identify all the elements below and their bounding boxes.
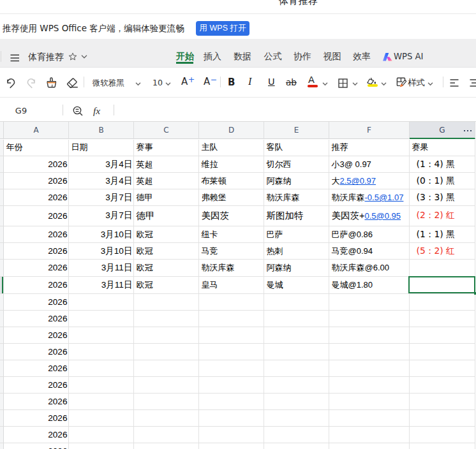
- cell-empty[interactable]: [264, 443, 329, 449]
- cell-empty[interactable]: [264, 394, 329, 410]
- cell-home[interactable]: 布莱顿: [199, 173, 264, 189]
- cell-empty[interactable]: [134, 394, 199, 410]
- cell-empty[interactable]: [410, 394, 475, 410]
- cell-date[interactable]: 3月4日: [69, 156, 134, 173]
- cell-empty[interactable]: [329, 443, 410, 449]
- tab-公式[interactable]: 公式: [264, 51, 282, 63]
- chevron-down-icon[interactable]: [165, 82, 171, 86]
- cell-empty[interactable]: [329, 377, 410, 394]
- cell-empty[interactable]: [410, 311, 475, 327]
- align-left-icon[interactable]: [450, 79, 459, 87]
- column-more-icon[interactable]: [464, 130, 472, 131]
- chevron-down-icon[interactable]: [352, 82, 358, 86]
- column-header-G[interactable]: G: [410, 122, 475, 139]
- field-header-D[interactable]: 主队: [199, 140, 264, 157]
- cell-empty[interactable]: [410, 427, 475, 443]
- cell-date[interactable]: 3月10日: [69, 226, 134, 244]
- cell-empty[interactable]: [264, 410, 329, 427]
- cell-empty[interactable]: [329, 344, 410, 360]
- column-header-D[interactable]: D: [199, 122, 264, 139]
- cell-year[interactable]: 2026: [4, 156, 69, 173]
- cell-tip[interactable]: 勒沃库森@6.00: [329, 260, 410, 276]
- cell-home[interactable]: 纽卡: [199, 226, 264, 244]
- cell-empty[interactable]: [69, 443, 134, 449]
- cell-empty[interactable]: [134, 344, 199, 360]
- cell-empty[interactable]: [134, 294, 199, 311]
- tab-插入[interactable]: 插入: [204, 51, 221, 63]
- cell-year[interactable]: 2026: [4, 173, 69, 189]
- cell-empty[interactable]: [329, 311, 410, 327]
- decrease-font-button[interactable]: A−: [204, 76, 217, 87]
- underline-button[interactable]: U: [268, 77, 275, 87]
- cell-empty[interactable]: [134, 360, 199, 377]
- cell-result[interactable]: (0：1) 黑: [410, 173, 475, 189]
- cell-empty[interactable]: [69, 410, 134, 427]
- cell-empty[interactable]: [199, 294, 264, 311]
- cell-away[interactable]: 阿森纳: [264, 173, 329, 189]
- italic-button[interactable]: I: [248, 76, 251, 87]
- cell-empty[interactable]: [410, 377, 475, 394]
- cell-home[interactable]: 维拉: [199, 156, 264, 173]
- cell-empty[interactable]: [264, 327, 329, 344]
- cell-empty[interactable]: [69, 427, 134, 443]
- strikethrough-button[interactable]: ab: [286, 77, 297, 87]
- cell-date[interactable]: 3月11日: [69, 277, 134, 294]
- cell-league[interactable]: 德甲: [134, 189, 199, 206]
- cell-empty[interactable]: [69, 311, 134, 327]
- cell-empty[interactable]: [134, 410, 199, 427]
- fx-icon[interactable]: fx: [93, 105, 100, 117]
- cell-empty[interactable]: [199, 360, 264, 377]
- cell-empty[interactable]: [199, 443, 264, 449]
- cell-year[interactable]: 2026: [4, 443, 69, 449]
- tab-数据[interactable]: 数据: [234, 51, 251, 63]
- font-size-select[interactable]: 10: [152, 78, 163, 87]
- cell-league[interactable]: 欧冠: [134, 226, 199, 244]
- wps-ai-logo-icon[interactable]: [382, 52, 393, 62]
- cell-empty[interactable]: [69, 377, 134, 394]
- cell-year[interactable]: 2026: [4, 327, 69, 344]
- cell-tip[interactable]: 小3@ 0.97: [329, 156, 410, 173]
- cell-empty[interactable]: [410, 344, 475, 360]
- column-header-F[interactable]: F: [329, 122, 410, 139]
- cell-away[interactable]: 斯图加特: [264, 206, 329, 226]
- cell-date[interactable]: 3月11日: [69, 260, 134, 276]
- cell-result[interactable]: (3：3) 黑: [410, 189, 475, 206]
- cell-empty[interactable]: [199, 394, 264, 410]
- cell-tip[interactable]: 巴萨@0.86: [329, 226, 410, 244]
- cell-style-icon[interactable]: [396, 77, 407, 88]
- cell-empty[interactable]: [329, 410, 410, 427]
- cell-empty[interactable]: [264, 294, 329, 311]
- tab-效率[interactable]: 效率: [353, 51, 371, 63]
- bold-button[interactable]: B: [228, 77, 235, 88]
- cell-empty[interactable]: [134, 311, 199, 327]
- cell-league[interactable]: 欧冠: [134, 243, 199, 260]
- cell-year[interactable]: 2026: [4, 226, 69, 244]
- cell-year[interactable]: 2026: [4, 311, 69, 327]
- cell-result[interactable]: [410, 260, 475, 276]
- cell-date[interactable]: 3月4日: [69, 173, 134, 189]
- undo-icon[interactable]: [6, 77, 16, 89]
- cell-empty[interactable]: [134, 377, 199, 394]
- column-header-E[interactable]: E: [264, 122, 329, 139]
- cell-tip[interactable]: 曼城@1.80: [329, 277, 410, 294]
- cell-home[interactable]: 美因茨: [199, 206, 264, 226]
- cell-home[interactable]: 弗赖堡: [199, 189, 264, 206]
- cell-empty[interactable]: [69, 394, 134, 410]
- cell-date[interactable]: 3月10日: [69, 243, 134, 260]
- wps-ai-label[interactable]: WPS AI: [394, 52, 423, 61]
- cell-away[interactable]: 热刺: [264, 243, 329, 260]
- cell-away[interactable]: 曼城: [264, 277, 329, 294]
- chevron-down-icon[interactable]: [381, 82, 387, 86]
- cell-year[interactable]: 2026: [4, 360, 69, 377]
- tab-开始[interactable]: 开始: [176, 51, 194, 63]
- cell-year[interactable]: 2026: [4, 427, 69, 443]
- cell-league[interactable]: 欧冠: [134, 260, 199, 276]
- cell-date[interactable]: 3月7日: [69, 189, 134, 206]
- cell-empty[interactable]: [69, 327, 134, 344]
- cell-year[interactable]: 2026: [4, 243, 69, 260]
- field-header-A[interactable]: 年份: [4, 140, 69, 157]
- border-icon[interactable]: [338, 78, 348, 88]
- tab-协作[interactable]: 协作: [294, 51, 311, 63]
- cell-year[interactable]: 2026: [4, 394, 69, 410]
- field-header-E[interactable]: 客队: [264, 140, 329, 157]
